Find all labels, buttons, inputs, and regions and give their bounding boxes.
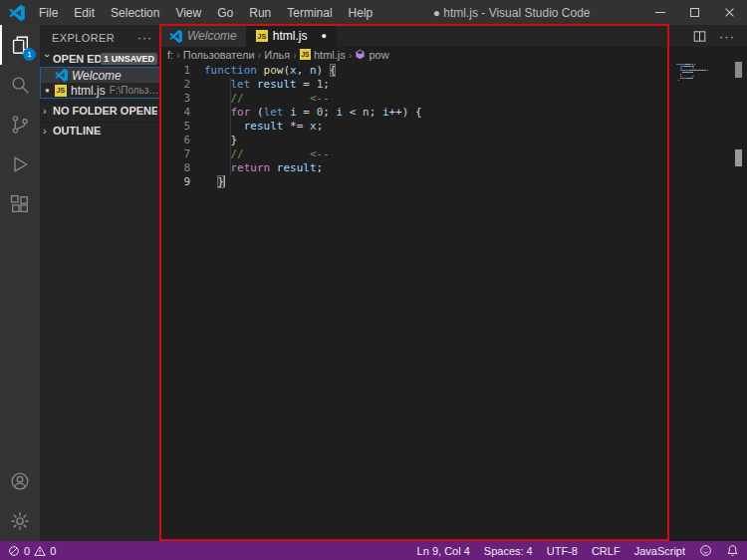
vscode-window: FileEditSelectionViewGoRunTerminalHelp ●… <box>0 0 747 560</box>
line-number: 2 <box>160 78 190 92</box>
accounts-icon <box>9 470 31 492</box>
line-number: 7 <box>160 147 190 161</box>
open-editor-item-html.js[interactable]: ●JShtml.jsF:\Пользов... <box>41 83 159 98</box>
status-bar: 0 0 Ln 9, Col 4Spaces: 4UTF-8CRLFJavaScr… <box>0 541 747 560</box>
code-editor[interactable]: 123456789 function pow(x, n) { let resul… <box>160 62 747 541</box>
breadcrumb-separator-icon: › <box>258 49 262 61</box>
editor-actions: ··· <box>692 25 747 47</box>
chevron-down-icon: › <box>42 54 54 64</box>
symbol-method-icon <box>355 49 366 60</box>
search-activity-button[interactable] <box>0 65 40 105</box>
code-line-4: for (let i = 0; i < n; i++) { <box>204 106 747 120</box>
open-editors-list: Welcome●JShtml.jsF:\Пользов... <box>40 67 160 99</box>
menu-selection[interactable]: Selection <box>103 0 167 25</box>
status-crlf[interactable]: CRLF <box>592 545 621 557</box>
status-ln-9-col-4[interactable]: Ln 9, Col 4 <box>417 545 470 557</box>
line-number: 3 <box>160 92 190 106</box>
menu-help[interactable]: Help <box>341 0 381 25</box>
line-number: 9 <box>160 175 190 189</box>
notifications-bell-icon[interactable] <box>726 544 739 557</box>
code-line-5: result *= x; <box>204 120 747 134</box>
maximize-icon <box>690 8 699 17</box>
more-actions-icon[interactable]: ··· <box>719 29 735 44</box>
tab-html.js[interactable]: JShtml.js● <box>247 25 337 47</box>
feedback-smiley-icon[interactable] <box>699 544 712 557</box>
tab-welcome[interactable]: Welcome <box>160 25 247 47</box>
breadcrumb: f:›Пользователи›Илья›JShtml.js›pow <box>160 47 747 62</box>
status-javascript[interactable]: JavaScript <box>634 545 685 557</box>
overview-ruler-cursor-mark <box>735 149 742 166</box>
run-and-debug-icon <box>9 153 31 175</box>
run-debug-activity-button[interactable] <box>0 144 40 184</box>
breadcrumb-item-htmljs[interactable]: JShtml.js <box>300 49 346 61</box>
breadcrumb-separator-icon: › <box>349 49 353 61</box>
menu-terminal[interactable]: Terminal <box>279 0 340 25</box>
menu-edit[interactable]: Edit <box>66 0 103 25</box>
warning-count[interactable]: 0 <box>50 545 56 557</box>
modified-dot-icon: ● <box>45 86 55 95</box>
status-utf-8[interactable]: UTF-8 <box>547 545 578 557</box>
split-editor-icon[interactable] <box>692 29 707 44</box>
menu-file[interactable]: File <box>31 0 66 25</box>
source-control-icon <box>9 114 31 136</box>
breadcrumb-label: pow <box>369 49 388 61</box>
editor-item-path: F:\Пользов... <box>110 85 159 96</box>
unsaved-badge: 1 UNSAVED <box>101 53 157 65</box>
indent-guide <box>230 78 231 175</box>
javascript-file-icon: JS <box>300 49 311 60</box>
errors-icon[interactable] <box>8 545 20 557</box>
menubar: FileEditSelectionViewGoRunTerminalHelp <box>31 0 380 25</box>
breadcrumb-label: f: <box>167 49 173 61</box>
tab-label: Welcome <box>187 29 237 43</box>
gear-icon <box>9 510 31 532</box>
open-editors-label: OPEN EDITORS <box>53 53 101 65</box>
sidebar-title: EXPLORER <box>52 32 137 44</box>
breadcrumb-label: html.js <box>314 49 346 61</box>
code-content: function pow(x, n) { let result = 1; // … <box>204 64 747 541</box>
code-line-3: // <-- <box>204 92 747 106</box>
window-controls <box>642 0 747 25</box>
scrollbar-thumb[interactable] <box>735 62 742 78</box>
editor-item-label: Welcome <box>72 69 122 83</box>
menu-go[interactable]: Go <box>209 0 241 25</box>
vscode-logo-icon <box>9 5 25 21</box>
status-spaces-4[interactable]: Spaces: 4 <box>484 545 533 557</box>
source-control-activity-button[interactable] <box>0 105 40 144</box>
breadcrumb-item-[interactable]: Пользователи <box>183 49 255 61</box>
tab-bar: WelcomeJShtml.js● ··· <box>160 25 747 47</box>
views-more-actions-icon[interactable]: ··· <box>137 31 152 45</box>
maximize-button[interactable] <box>677 0 712 25</box>
chevron-right-icon: › <box>43 105 53 117</box>
breadcrumb-item-[interactable]: Илья <box>264 49 290 61</box>
window-title: ● html.js - Visual Studio Code <box>380 6 642 20</box>
no-folder-section-header[interactable]: › NO FOLDER OPENED <box>40 102 160 119</box>
breadcrumb-separator-icon: › <box>293 49 297 61</box>
code-line-1: function pow(x, n) { <box>204 64 747 78</box>
extensions-activity-button[interactable] <box>0 184 40 224</box>
settings-button[interactable] <box>0 501 40 541</box>
chevron-right-icon: › <box>43 125 53 137</box>
outline-section-header[interactable]: › OUTLINE <box>40 122 160 139</box>
code-line-7: // <-- <box>204 147 747 161</box>
line-number: 5 <box>160 120 190 134</box>
title-bar: FileEditSelectionViewGoRunTerminalHelp ●… <box>0 0 747 25</box>
menu-view[interactable]: View <box>167 0 209 25</box>
activity-bar: 1 <box>0 25 40 541</box>
vscode-logo-icon <box>55 69 68 82</box>
open-editors-section-header[interactable]: › OPEN EDITORS 1 UNSAVED <box>40 51 160 67</box>
breadcrumb-label: Пользователи <box>183 49 255 61</box>
accounts-button[interactable] <box>0 461 40 501</box>
breadcrumb-item-pow[interactable]: pow <box>355 49 388 61</box>
breadcrumb-item-f[interactable]: f: <box>167 49 173 61</box>
line-number: 6 <box>160 134 190 147</box>
menu-run[interactable]: Run <box>241 0 279 25</box>
explorer-activity-button[interactable]: 1 <box>0 25 40 65</box>
minimize-button[interactable] <box>642 0 677 25</box>
editor-item-label: html.js <box>71 84 106 98</box>
error-count[interactable]: 0 <box>24 545 30 557</box>
warnings-icon[interactable] <box>34 545 46 557</box>
minimap[interactable] <box>676 64 710 82</box>
close-button[interactable] <box>712 0 747 25</box>
open-editor-item-welcome[interactable]: Welcome <box>41 68 159 83</box>
code-line-8: return result; <box>204 161 747 175</box>
